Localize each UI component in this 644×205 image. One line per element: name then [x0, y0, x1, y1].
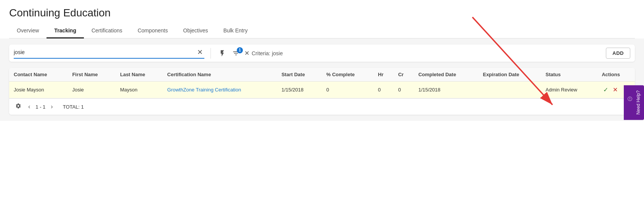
content-area: ✕ 1 ✕ Criteria: josie ADD: [0, 38, 644, 121]
col-hr: Hr: [373, 68, 393, 82]
tab-overview[interactable]: Overview: [9, 23, 47, 38]
lightning-button[interactable]: [217, 48, 228, 59]
search-input[interactable]: [14, 49, 196, 55]
header: Continuing Education Overview Tracking C…: [0, 0, 644, 38]
col-expiration-date: Expiration Date: [478, 68, 541, 82]
table-wrapper: Contact Name First Name Last Name Certif…: [9, 68, 635, 115]
col-last-name: Last Name: [116, 68, 163, 82]
cell-completed-date: 1/15/2018: [414, 82, 478, 98]
cell-hr: 0: [373, 82, 393, 98]
col-actions: Actions: [597, 68, 635, 82]
cell-first-name: Josie: [67, 82, 116, 98]
col-status: Status: [541, 68, 597, 82]
col-pct-complete: % Complete: [322, 68, 373, 82]
cell-last-name: Mayson: [116, 82, 163, 98]
page-title: Continuing Education: [9, 7, 635, 19]
cell-contact-name: Josie Mayson: [9, 82, 67, 98]
table-row: Josie Mayson Josie Mayson GrowthZone Tra…: [9, 82, 635, 98]
tab-components[interactable]: Components: [130, 23, 175, 38]
search-input-wrapper: ✕: [14, 48, 204, 59]
table-header-row: Contact Name First Name Last Name Certif…: [9, 68, 635, 82]
cell-expiration-date: [478, 82, 541, 98]
remove-criteria-button[interactable]: ✕: [244, 50, 249, 57]
certification-link[interactable]: GrowthZone Training Certification: [167, 87, 241, 93]
gear-icon: [15, 103, 21, 109]
tab-objectives[interactable]: Objectives: [175, 23, 215, 38]
cell-certification-name: GrowthZone Training Certification: [163, 82, 277, 98]
col-cr: Cr: [393, 68, 414, 82]
criteria-tag: ✕ Criteria: josie: [244, 50, 283, 57]
complete-action-button[interactable]: ✓: [602, 85, 610, 94]
col-first-name: First Name: [67, 68, 116, 82]
lightning-icon: [218, 50, 226, 57]
tab-bulk-entry[interactable]: Bulk Entry: [216, 23, 255, 38]
need-help-button[interactable]: ⓘ Need Help?: [624, 85, 644, 120]
data-table: Contact Name First Name Last Name Certif…: [9, 68, 635, 98]
pagination: ‹ 1 - 1 ›: [26, 102, 55, 111]
filter-badge: 1: [237, 47, 243, 53]
search-bar: ✕ 1 ✕ Criteria: josie ADD: [9, 45, 635, 62]
total-count: TOTAL: 1: [63, 104, 84, 110]
next-page-button[interactable]: ›: [48, 102, 55, 111]
add-button[interactable]: ADD: [606, 48, 630, 59]
clear-search-button[interactable]: ✕: [196, 48, 204, 56]
criteria-label: Criteria: josie: [252, 50, 283, 56]
cell-start-date: 1/15/2018: [277, 82, 322, 98]
settings-button[interactable]: [15, 103, 21, 111]
delete-action-button[interactable]: ✕: [611, 85, 619, 94]
tabs-nav: Overview Tracking Certifications Compone…: [9, 23, 635, 38]
filter-button[interactable]: 1: [231, 48, 241, 59]
cell-status: Admin Review: [541, 82, 597, 98]
tab-tracking[interactable]: Tracking: [47, 23, 84, 38]
col-start-date: Start Date: [277, 68, 322, 82]
need-help-label: Need Help?: [636, 90, 641, 114]
cell-pct-complete: 0: [322, 82, 373, 98]
prev-page-button[interactable]: ‹: [26, 102, 32, 111]
page-wrapper: ⓘ Need Help? Continuing Education Overvi…: [0, 0, 644, 205]
cell-cr: 0: [393, 82, 414, 98]
tab-certifications[interactable]: Certifications: [84, 23, 130, 38]
col-certification-name: Certification Name: [163, 68, 277, 82]
col-contact-name: Contact Name: [9, 68, 67, 82]
page-info: 1 - 1: [35, 104, 45, 110]
footer-bar: ‹ 1 - 1 › TOTAL: 1: [9, 98, 635, 115]
need-help-icon: ⓘ: [627, 100, 633, 105]
divider: [210, 48, 211, 59]
col-completed-date: Completed Date: [414, 68, 478, 82]
